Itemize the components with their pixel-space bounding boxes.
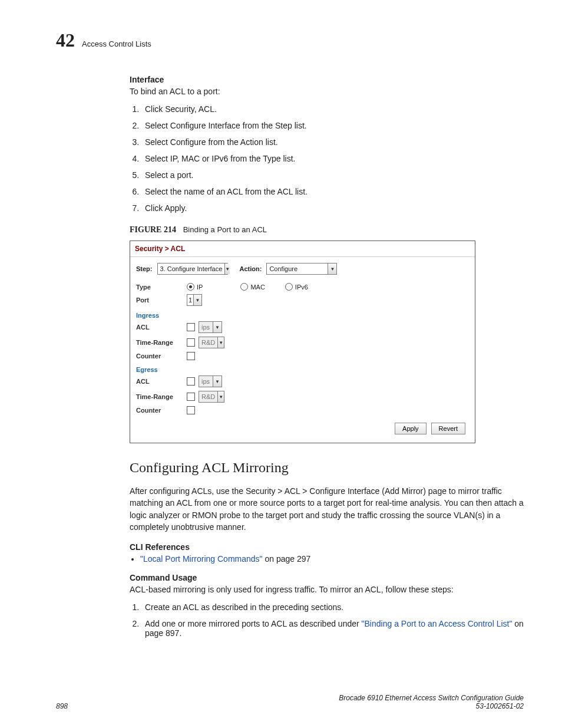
port-label: Port [136, 297, 183, 304]
running-header: 42 Access Control Lists [56, 29, 524, 51]
egress-timerange-label: Time-Range [136, 393, 183, 400]
step-item: Select IP, MAC or IPv6 from the Type lis… [141, 154, 524, 163]
step-item: Select Configure Interface from the Step… [141, 121, 524, 130]
mirroring-heading: Configuring ACL Mirroring [130, 460, 524, 476]
egress-acl-select[interactable]: ips ▼ [199, 375, 222, 387]
step-label: Step: [136, 265, 153, 272]
ingress-timerange-select[interactable]: R&D ▼ [199, 337, 224, 348]
chevron-down-icon: ▼ [328, 263, 336, 274]
cli-reference-link[interactable]: "Local Port Mirroring Commands" [140, 554, 263, 564]
cli-reference-item: "Local Port Mirroring Commands" on page … [140, 554, 524, 564]
step-select-value: 3. Configure Interface [158, 265, 225, 272]
figure-caption: FIGURE 214 Binding a Port to an ACL [130, 225, 524, 235]
chevron-down-icon: ▼ [217, 391, 224, 402]
egress-timerange-checkbox[interactable] [187, 393, 195, 401]
type-radio-ip[interactable] [187, 283, 194, 291]
ingress-counter-checkbox[interactable] [187, 352, 195, 360]
action-label: Action: [240, 265, 262, 272]
page-number: 898 [56, 702, 68, 710]
ingress-acl-value: ips [199, 324, 213, 331]
egress-acl-label: ACL [136, 378, 183, 385]
figure-label: FIGURE 214 [130, 225, 176, 234]
egress-counter-label: Counter [136, 407, 183, 414]
egress-timerange-value: R&D [199, 393, 217, 400]
egress-section-label: Egress [136, 366, 469, 373]
egress-acl-checkbox[interactable] [187, 377, 195, 386]
footer-doc-title: Brocade 6910 Ethernet Access Switch Conf… [339, 694, 524, 702]
cli-references-heading: CLI References [130, 542, 524, 552]
step-item: Select a port. [141, 170, 524, 180]
type-radio-ipv6[interactable] [285, 283, 293, 291]
chapter-name: Access Control Lists [82, 39, 151, 48]
step-select[interactable]: 3. Configure Interface ▼ [157, 263, 228, 275]
figure-title: Binding a Port to an ACL [183, 225, 267, 234]
interface-intro: To bind an ACL to a port: [130, 87, 524, 96]
step-item: Select Configure from the Action list. [141, 137, 524, 147]
ingress-timerange-label: Time-Range [136, 339, 183, 346]
type-option-ipv6: IPv6 [295, 284, 308, 291]
egress-counter-checkbox[interactable] [187, 406, 195, 414]
chevron-down-icon: ▼ [213, 376, 222, 387]
ingress-acl-select[interactable]: ips ▼ [199, 321, 222, 333]
egress-acl-value: ips [199, 378, 213, 385]
figure-breadcrumb: Security > ACL [130, 241, 475, 257]
ingress-timerange-checkbox[interactable] [187, 338, 195, 347]
cli-references-list: "Local Port Mirroring Commands" on page … [130, 554, 524, 564]
usage-step-item: Add one or more mirrored ports to ACL as… [141, 619, 524, 638]
apply-button[interactable]: Apply [395, 423, 427, 434]
ingress-counter-label: Counter [136, 353, 183, 360]
command-usage-intro: ACL-based mirroring is only used for ing… [130, 585, 524, 594]
step-item: Select the name of an ACL from the ACL l… [141, 187, 524, 196]
ingress-timerange-value: R&D [199, 339, 217, 346]
chapter-number: 42 [56, 29, 75, 51]
type-label: Type [136, 284, 183, 291]
cli-reference-suffix: on page 297 [263, 554, 311, 564]
command-usage-heading: Command Usage [130, 573, 524, 582]
step-item: Click Security, ACL. [141, 104, 524, 114]
figure-214-panel: Security > ACL Step: 3. Configure Interf… [130, 241, 475, 443]
mirroring-paragraph: After configuring ACLs, use the Security… [130, 485, 524, 533]
action-select[interactable]: Configure ▼ [266, 263, 337, 275]
ingress-acl-label: ACL [136, 324, 183, 331]
chevron-down-icon: ▼ [224, 263, 230, 274]
interface-steps: Click Security, ACL. Select Configure In… [130, 104, 524, 213]
page-footer: 898 Brocade 6910 Ethernet Access Switch … [56, 694, 524, 710]
usage-step-item: Create an ACL as described in the preced… [141, 602, 524, 612]
action-select-value: Configure [267, 265, 328, 272]
interface-heading: Interface [130, 75, 524, 84]
usage-step2-link[interactable]: "Binding a Port to an Access Control Lis… [362, 619, 513, 628]
ingress-section-label: Ingress [136, 312, 469, 319]
chevron-down-icon: ▼ [217, 337, 224, 348]
egress-timerange-select[interactable]: R&D ▼ [199, 391, 224, 403]
footer-doc-number: 53-1002651-02 [339, 702, 524, 710]
port-select[interactable]: 1 ▼ [187, 294, 202, 306]
chevron-down-icon: ▼ [213, 322, 222, 332]
port-select-value: 1 [187, 297, 193, 304]
step-item: Click Apply. [141, 203, 524, 213]
ingress-acl-checkbox[interactable] [187, 323, 195, 331]
chevron-down-icon: ▼ [193, 295, 201, 305]
usage-step2-prefix: Add one or more mirrored ports to ACL as… [145, 619, 362, 628]
type-option-mac: MAC [250, 284, 265, 291]
type-radio-mac[interactable] [240, 283, 248, 291]
revert-button[interactable]: Revert [431, 423, 465, 434]
command-usage-steps: Create an ACL as described in the preced… [130, 602, 524, 638]
type-option-ip: IP [197, 284, 203, 291]
